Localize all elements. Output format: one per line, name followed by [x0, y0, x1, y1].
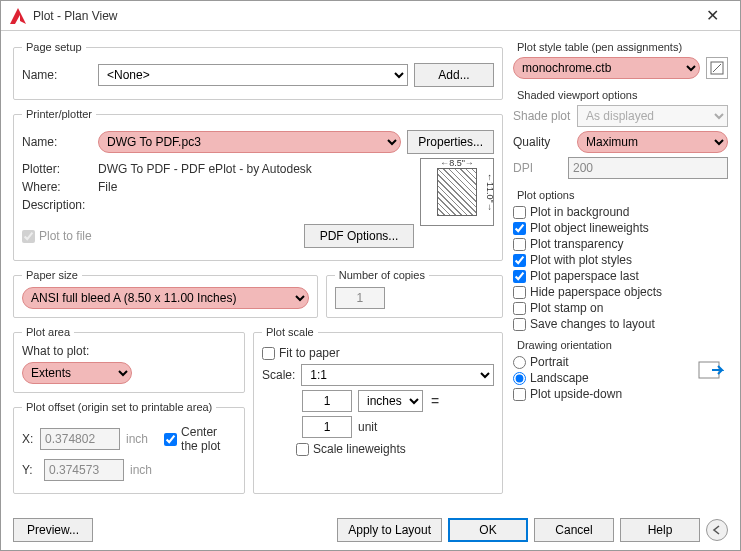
orient-portrait[interactable]: Portrait [513, 355, 728, 369]
footer: Preview... Apply to Layout OK Cancel Hel… [13, 518, 728, 542]
opt-hide[interactable]: Hide paperspace objects [513, 285, 728, 299]
scale-select[interactable]: 1:1 [301, 364, 494, 386]
plot-scale-group: Plot scale Fit to paper Scale: 1:1 [253, 326, 503, 494]
style-table-group: Plot style table (pen assignments) monoc… [513, 41, 728, 83]
apply-button[interactable]: Apply to Layout [337, 518, 442, 542]
opt-olw[interactable]: Plot object lineweights [513, 221, 728, 235]
scale-lw-check[interactable]: Scale lineweights [296, 442, 494, 456]
add-button[interactable]: Add... [414, 63, 494, 87]
shaded-legend: Shaded viewport options [513, 89, 728, 101]
scale-num2-input[interactable] [302, 416, 352, 438]
dialog-body: Page setup Name: <None> Add... Printer/p… [1, 31, 740, 504]
style-table-select[interactable]: monochrome.ctb [513, 57, 700, 79]
orientation-icon [698, 359, 724, 384]
plot-offset-legend: Plot offset (origin set to printable are… [22, 401, 216, 413]
description-label: Description: [22, 198, 92, 212]
offset-y-input [44, 459, 124, 481]
preview-button[interactable]: Preview... [13, 518, 93, 542]
app-logo-icon [9, 7, 27, 25]
window-title: Plot - Plan View [33, 9, 692, 23]
preview-height: ←11.0"→ [485, 159, 495, 225]
offset-x-input [40, 428, 120, 450]
paper-size-select[interactable]: ANSI full bleed A (8.50 x 11.00 Inches) [22, 287, 309, 309]
scale-label: Scale: [262, 368, 295, 382]
right-column: Plot style table (pen assignments) monoc… [513, 41, 728, 494]
opt-trans[interactable]: Plot transparency [513, 237, 728, 251]
fit-to-paper-checkbox[interactable] [262, 347, 275, 360]
paper-size-legend: Paper size [22, 269, 82, 281]
scale-num1-input[interactable] [302, 390, 352, 412]
preview-width: ←8.5"→ [421, 158, 493, 168]
copies-legend: Number of copies [335, 269, 429, 281]
plot-dialog: Plot - Plan View ✕ Page setup Name: <Non… [0, 0, 741, 551]
orientation-group: Drawing orientation Portrait Landscape P… [513, 339, 728, 403]
opt-stamp[interactable]: Plot stamp on [513, 301, 728, 315]
paper-size-group: Paper size ANSI full bleed A (8.50 x 11.… [13, 269, 318, 318]
ok-button[interactable]: OK [448, 518, 528, 542]
center-plot-check[interactable]: Center the plot [164, 425, 236, 453]
page-setup-name-select[interactable]: <None> [98, 64, 408, 86]
paper-preview: ←8.5"→ ←11.0"→ [420, 158, 494, 226]
plot-to-file-checkbox [22, 230, 35, 243]
opt-pstyles[interactable]: Plot with plot styles [513, 253, 728, 267]
center-plot-checkbox[interactable] [164, 433, 177, 446]
edit-style-button[interactable] [706, 57, 728, 79]
quality-select[interactable]: Maximum [577, 131, 728, 153]
scale-unit1-select[interactable]: inches [358, 390, 423, 412]
orientation-legend: Drawing orientation [513, 339, 728, 351]
dpi-input [568, 157, 728, 179]
plotter-label: Plotter: [22, 162, 92, 176]
where-value: File [98, 180, 117, 194]
plot-area-group: Plot area What to plot: Extents [13, 326, 245, 393]
properties-button[interactable]: Properties... [407, 130, 494, 154]
fit-to-paper-check[interactable]: Fit to paper [262, 346, 494, 360]
pdf-options-button[interactable]: PDF Options... [304, 224, 414, 248]
shaded-group: Shaded viewport options Shade plot As di… [513, 89, 728, 183]
shadeplot-label: Shade plot [513, 109, 571, 123]
orient-landscape[interactable]: Landscape [513, 371, 728, 385]
shadeplot-select: As displayed [577, 105, 728, 127]
offset-y-label: Y: [22, 463, 38, 477]
preview-hatch [437, 168, 477, 216]
page-setup-name-label: Name: [22, 68, 92, 82]
plot-options-legend: Plot options [513, 189, 728, 201]
style-table-legend: Plot style table (pen assignments) [513, 41, 728, 53]
opt-bg[interactable]: Plot in background [513, 205, 728, 219]
left-column: Page setup Name: <None> Add... Printer/p… [13, 41, 503, 494]
offset-y-unit: inch [130, 463, 152, 477]
printer-name-label: Name: [22, 135, 92, 149]
what-to-plot-label: What to plot: [22, 344, 236, 358]
page-setup-group: Page setup Name: <None> Add... [13, 41, 503, 100]
copies-group: Number of copies [326, 269, 503, 318]
opt-save[interactable]: Save changes to layout [513, 317, 728, 331]
plot-scale-legend: Plot scale [262, 326, 318, 338]
scale-lw-checkbox[interactable] [296, 443, 309, 456]
plot-options-group: Plot options Plot in background Plot obj… [513, 189, 728, 333]
orient-upside[interactable]: Plot upside-down [513, 387, 728, 401]
scale-unit2-label: unit [358, 420, 377, 434]
dpi-label: DPI [513, 161, 562, 175]
offset-x-label: X: [22, 432, 34, 446]
plot-offset-group: Plot offset (origin set to printable are… [13, 401, 245, 494]
help-button[interactable]: Help [620, 518, 700, 542]
opt-pspace[interactable]: Plot paperspace last [513, 269, 728, 283]
printer-legend: Printer/plotter [22, 108, 96, 120]
where-label: Where: [22, 180, 92, 194]
close-button[interactable]: ✕ [692, 1, 732, 31]
printer-group: Printer/plotter Name: DWG To PDF.pc3 Pro… [13, 108, 503, 261]
plotter-value: DWG To PDF - PDF ePlot - by Autodesk [98, 162, 312, 176]
offset-x-unit: inch [126, 432, 148, 446]
printer-name-select[interactable]: DWG To PDF.pc3 [98, 131, 401, 153]
equals-sign: = [429, 393, 441, 409]
plot-to-file-check: Plot to file [22, 229, 92, 243]
cancel-button[interactable]: Cancel [534, 518, 614, 542]
collapse-button[interactable] [706, 519, 728, 541]
plot-area-legend: Plot area [22, 326, 74, 338]
title-bar: Plot - Plan View ✕ [1, 1, 740, 31]
page-setup-legend: Page setup [22, 41, 86, 53]
copies-input [335, 287, 385, 309]
quality-label: Quality [513, 135, 571, 149]
what-to-plot-select[interactable]: Extents [22, 362, 132, 384]
